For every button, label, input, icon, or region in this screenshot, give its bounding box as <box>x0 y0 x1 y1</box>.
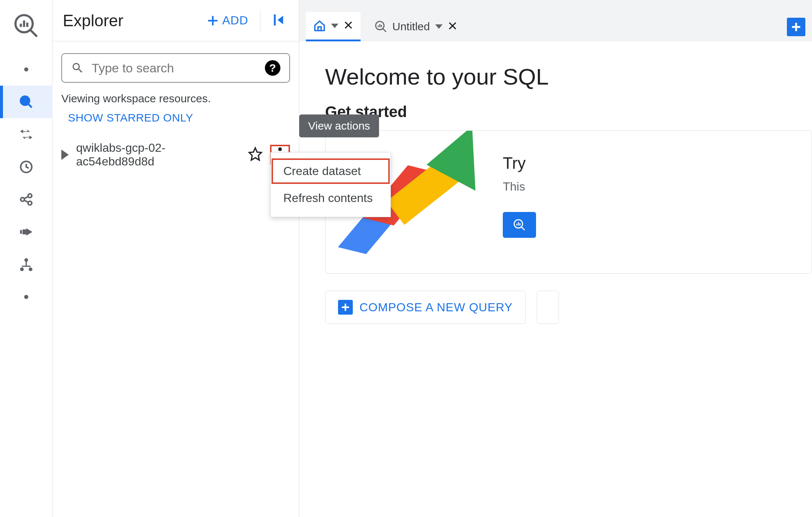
nav-rail <box>0 0 52 517</box>
svg-point-5 <box>24 67 28 71</box>
svg-line-46 <box>522 227 525 230</box>
workspace: Welcome to your SQL Get started Try This… <box>299 41 812 517</box>
new-tab-button[interactable] <box>787 18 805 36</box>
get-started-card: Try This <box>325 130 812 274</box>
svg-line-15 <box>24 200 28 202</box>
svg-point-22 <box>20 267 24 271</box>
svg-marker-9 <box>29 136 32 139</box>
main-area: Untitled Welcome to your SQL Get started… <box>299 0 812 517</box>
viewing-label: Viewing workspace resources. <box>61 92 290 105</box>
compose-row: COMPOSE A NEW QUERY <box>325 291 812 324</box>
search-input[interactable] <box>92 61 257 75</box>
menu-create-dataset[interactable]: Create dataset <box>271 158 390 185</box>
explorer-body: ? Viewing workspace resources. SHOW STAR… <box>52 41 299 517</box>
svg-marker-29 <box>249 148 261 160</box>
plus-box-icon <box>338 300 353 315</box>
svg-marker-8 <box>20 130 23 133</box>
rail-share[interactable] <box>0 183 52 216</box>
svg-rect-16 <box>20 230 22 234</box>
plus-icon <box>791 21 802 32</box>
svg-rect-21 <box>22 266 30 267</box>
svg-line-1 <box>30 30 37 37</box>
view-actions-tooltip: View actions <box>299 114 379 137</box>
svg-marker-28 <box>277 16 283 24</box>
actions-menu: Create dataset Refresh contents <box>270 152 391 217</box>
add-button[interactable]: ADD <box>202 14 253 27</box>
svg-marker-17 <box>23 229 26 234</box>
svg-rect-33 <box>318 27 321 30</box>
rail-search[interactable] <box>0 86 52 118</box>
collapse-panel-button[interactable] <box>268 13 289 29</box>
welcome-heading: Welcome to your SQL <box>325 64 812 90</box>
collapse-left-icon <box>271 13 286 27</box>
get-started-heading: Get started <box>325 103 812 121</box>
secondary-action-button[interactable] <box>537 291 559 324</box>
tab-close[interactable] <box>344 20 353 31</box>
card-text: Try This <box>503 154 536 238</box>
close-icon <box>344 20 353 30</box>
rail-output[interactable] <box>0 216 52 248</box>
bigquery-logo-icon <box>8 7 45 44</box>
svg-rect-27 <box>274 14 276 25</box>
svg-rect-51 <box>342 307 349 308</box>
compose-label: COMPOSE A NEW QUERY <box>359 301 513 314</box>
tab-dropdown-icon[interactable] <box>331 24 338 28</box>
rail-dot-top[interactable] <box>0 53 52 86</box>
explorer-title: Explorer <box>63 11 195 30</box>
divider <box>260 10 260 32</box>
explorer-header: Explorer ADD <box>52 0 299 41</box>
tab-dropdown-icon[interactable] <box>435 24 443 29</box>
svg-rect-44 <box>792 26 801 28</box>
card-subtitle: This <box>503 180 536 194</box>
search-box[interactable]: ? <box>61 53 290 83</box>
search-icon <box>71 61 84 75</box>
rail-branch[interactable] <box>0 248 52 281</box>
project-name: qwiklabs-gcp-02-ac54ebd89d8d <box>76 141 240 168</box>
svg-line-7 <box>28 104 32 107</box>
svg-point-24 <box>24 295 28 299</box>
tab-close[interactable] <box>448 21 457 32</box>
home-icon <box>313 20 326 32</box>
svg-rect-20 <box>25 261 27 266</box>
tab-home[interactable] <box>306 12 361 41</box>
svg-marker-18 <box>26 228 33 236</box>
card-action-button[interactable] <box>503 212 536 238</box>
explorer-panel: Explorer ADD ? Viewing workspace resourc… <box>52 0 299 517</box>
svg-point-30 <box>278 147 282 151</box>
show-starred-button[interactable]: SHOW STARRED ONLY <box>68 112 290 124</box>
svg-line-14 <box>24 196 28 199</box>
menu-refresh-contents[interactable]: Refresh contents <box>271 185 390 212</box>
rail-transfers[interactable] <box>0 118 52 151</box>
star-toggle[interactable] <box>248 147 263 163</box>
compose-query-button[interactable]: COMPOSE A NEW QUERY <box>325 291 526 324</box>
tab-untitled-label: Untitled <box>392 20 430 33</box>
tab-untitled[interactable]: Untitled <box>367 12 465 41</box>
star-outline-icon <box>248 147 263 161</box>
svg-rect-26 <box>208 20 218 21</box>
project-row[interactable]: qwiklabs-gcp-02-ac54ebd89d8d <box>61 139 290 171</box>
expand-icon[interactable] <box>61 150 69 160</box>
tab-bar: Untitled <box>299 0 812 41</box>
card-title: Try <box>503 154 536 172</box>
query-icon <box>513 219 526 231</box>
rail-dot-bottom[interactable] <box>0 281 52 313</box>
svg-point-23 <box>28 267 32 271</box>
query-icon <box>375 20 387 33</box>
add-label: ADD <box>222 14 248 27</box>
plus-icon <box>207 14 219 27</box>
help-icon[interactable]: ? <box>265 60 280 76</box>
svg-line-37 <box>383 29 386 32</box>
svg-point-6 <box>21 96 29 105</box>
close-icon <box>448 21 457 31</box>
rail-history[interactable] <box>0 151 52 183</box>
